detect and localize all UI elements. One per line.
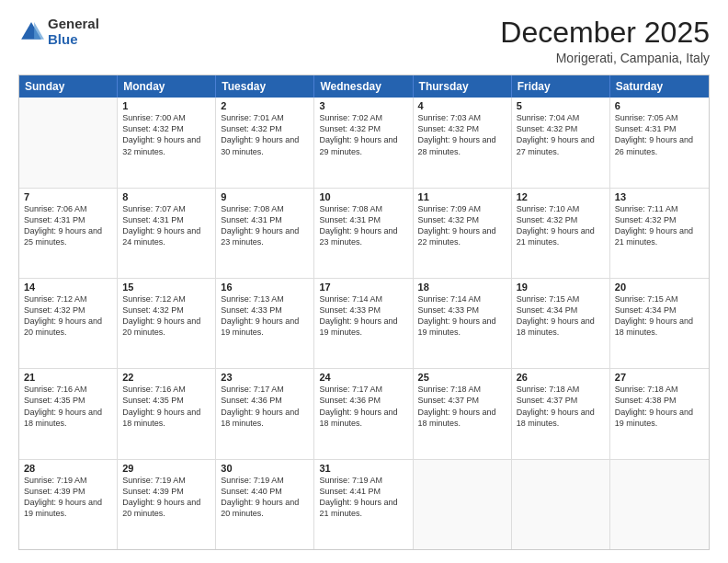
day-number: 8 — [122, 191, 210, 202]
calendar-cell: 14Sunrise: 7:12 AM Sunset: 4:32 PM Dayli… — [19, 279, 118, 368]
day-number: 16 — [221, 282, 309, 293]
calendar-cell: 17Sunrise: 7:14 AM Sunset: 4:33 PM Dayli… — [314, 279, 413, 368]
calendar-cell: 2Sunrise: 7:01 AM Sunset: 4:32 PM Daylig… — [216, 98, 314, 187]
calendar-cell: 23Sunrise: 7:17 AM Sunset: 4:36 PM Dayli… — [216, 369, 314, 458]
calendar-cell: 8Sunrise: 7:07 AM Sunset: 4:31 PM Daylig… — [118, 189, 216, 278]
calendar-row: 1Sunrise: 7:00 AM Sunset: 4:32 PM Daylig… — [19, 98, 709, 188]
calendar-cell: 27Sunrise: 7:18 AM Sunset: 4:38 PM Dayli… — [610, 369, 709, 458]
cell-info: Sunrise: 7:17 AM Sunset: 4:36 PM Dayligh… — [319, 384, 407, 429]
day-number: 27 — [615, 372, 704, 383]
calendar-cell: 1Sunrise: 7:00 AM Sunset: 4:32 PM Daylig… — [118, 98, 216, 187]
day-number: 29 — [122, 463, 210, 474]
calendar-row: 21Sunrise: 7:16 AM Sunset: 4:35 PM Dayli… — [19, 369, 709, 459]
weekday-header: Tuesday — [216, 75, 314, 98]
calendar-cell: 16Sunrise: 7:13 AM Sunset: 4:33 PM Dayli… — [216, 279, 314, 368]
calendar-cell: 9Sunrise: 7:08 AM Sunset: 4:31 PM Daylig… — [216, 189, 314, 278]
cell-info: Sunrise: 7:03 AM Sunset: 4:32 PM Dayligh… — [418, 112, 506, 157]
svg-marker-1 — [34, 22, 44, 40]
cell-info: Sunrise: 7:18 AM Sunset: 4:38 PM Dayligh… — [615, 384, 704, 429]
calendar-cell: 29Sunrise: 7:19 AM Sunset: 4:39 PM Dayli… — [118, 460, 216, 549]
calendar-cell — [19, 98, 118, 187]
day-number: 21 — [24, 372, 112, 383]
logo-general: General — [48, 17, 99, 32]
cell-info: Sunrise: 7:19 AM Sunset: 4:39 PM Dayligh… — [122, 475, 210, 520]
weekday-header: Saturday — [610, 75, 709, 98]
cell-info: Sunrise: 7:08 AM Sunset: 4:31 PM Dayligh… — [221, 203, 309, 248]
calendar-row: 28Sunrise: 7:19 AM Sunset: 4:39 PM Dayli… — [19, 460, 709, 549]
calendar-cell: 22Sunrise: 7:16 AM Sunset: 4:35 PM Dayli… — [118, 369, 216, 458]
calendar-body: 1Sunrise: 7:00 AM Sunset: 4:32 PM Daylig… — [19, 98, 709, 549]
day-number: 28 — [24, 463, 112, 474]
cell-info: Sunrise: 7:19 AM Sunset: 4:41 PM Dayligh… — [319, 475, 407, 520]
calendar-cell: 20Sunrise: 7:15 AM Sunset: 4:34 PM Dayli… — [610, 279, 709, 368]
day-number: 11 — [418, 191, 506, 202]
cell-info: Sunrise: 7:19 AM Sunset: 4:39 PM Dayligh… — [24, 475, 112, 520]
weekday-header: Monday — [118, 75, 216, 98]
day-number: 1 — [122, 100, 210, 111]
cell-info: Sunrise: 7:04 AM Sunset: 4:32 PM Dayligh… — [517, 112, 605, 157]
day-number: 20 — [615, 282, 704, 293]
weekday-header: Sunday — [19, 75, 118, 98]
calendar-cell: 19Sunrise: 7:15 AM Sunset: 4:34 PM Dayli… — [512, 279, 610, 368]
calendar-cell: 11Sunrise: 7:09 AM Sunset: 4:32 PM Dayli… — [414, 189, 512, 278]
weekday-header: Wednesday — [314, 75, 413, 98]
cell-info: Sunrise: 7:14 AM Sunset: 4:33 PM Dayligh… — [319, 293, 407, 339]
weekday-header: Thursday — [414, 75, 512, 98]
calendar-cell: 3Sunrise: 7:02 AM Sunset: 4:32 PM Daylig… — [314, 98, 413, 187]
cell-info: Sunrise: 7:12 AM Sunset: 4:32 PM Dayligh… — [122, 293, 210, 339]
calendar-cell: 24Sunrise: 7:17 AM Sunset: 4:36 PM Dayli… — [314, 369, 413, 458]
day-number: 13 — [615, 191, 704, 202]
cell-info: Sunrise: 7:07 AM Sunset: 4:31 PM Dayligh… — [122, 203, 210, 248]
day-number: 18 — [418, 282, 506, 293]
calendar-cell: 15Sunrise: 7:12 AM Sunset: 4:32 PM Dayli… — [118, 279, 216, 368]
cell-info: Sunrise: 7:01 AM Sunset: 4:32 PM Dayligh… — [221, 112, 309, 157]
day-number: 17 — [319, 282, 407, 293]
logo-blue: Blue — [48, 32, 99, 48]
calendar-cell: 18Sunrise: 7:14 AM Sunset: 4:33 PM Dayli… — [414, 279, 512, 368]
cell-info: Sunrise: 7:12 AM Sunset: 4:32 PM Dayligh… — [24, 293, 112, 339]
cell-info: Sunrise: 7:00 AM Sunset: 4:32 PM Dayligh… — [122, 112, 210, 157]
logo-text: General Blue — [48, 17, 99, 47]
cell-info: Sunrise: 7:10 AM Sunset: 4:32 PM Dayligh… — [517, 203, 605, 248]
cell-info: Sunrise: 7:18 AM Sunset: 4:37 PM Dayligh… — [517, 384, 605, 429]
cell-info: Sunrise: 7:05 AM Sunset: 4:31 PM Dayligh… — [615, 112, 704, 157]
cell-info: Sunrise: 7:18 AM Sunset: 4:37 PM Dayligh… — [418, 384, 506, 429]
calendar-row: 7Sunrise: 7:06 AM Sunset: 4:31 PM Daylig… — [19, 189, 709, 279]
day-number: 19 — [517, 282, 605, 293]
day-number: 23 — [221, 372, 309, 383]
calendar-cell: 31Sunrise: 7:19 AM Sunset: 4:41 PM Dayli… — [314, 460, 413, 549]
cell-info: Sunrise: 7:19 AM Sunset: 4:40 PM Dayligh… — [221, 475, 309, 520]
logo: General Blue — [18, 17, 99, 47]
weekday-header: Friday — [512, 75, 610, 98]
calendar-cell: 25Sunrise: 7:18 AM Sunset: 4:37 PM Dayli… — [414, 369, 512, 458]
calendar-cell: 6Sunrise: 7:05 AM Sunset: 4:31 PM Daylig… — [610, 98, 709, 187]
calendar-cell: 30Sunrise: 7:19 AM Sunset: 4:40 PM Dayli… — [216, 460, 314, 549]
calendar-cell — [414, 460, 512, 549]
cell-info: Sunrise: 7:14 AM Sunset: 4:33 PM Dayligh… — [418, 293, 506, 339]
day-number: 9 — [221, 191, 309, 202]
day-number: 4 — [418, 100, 506, 111]
day-number: 30 — [221, 463, 309, 474]
cell-info: Sunrise: 7:15 AM Sunset: 4:34 PM Dayligh… — [517, 293, 605, 339]
cell-info: Sunrise: 7:13 AM Sunset: 4:33 PM Dayligh… — [221, 293, 309, 339]
day-number: 31 — [319, 463, 407, 474]
page: General Blue December 2025 Morigerati, C… — [0, 0, 728, 563]
calendar-cell: 26Sunrise: 7:18 AM Sunset: 4:37 PM Dayli… — [512, 369, 610, 458]
calendar-cell: 5Sunrise: 7:04 AM Sunset: 4:32 PM Daylig… — [512, 98, 610, 187]
calendar-cell: 10Sunrise: 7:08 AM Sunset: 4:31 PM Dayli… — [314, 189, 413, 278]
calendar-cell — [512, 460, 610, 549]
day-number: 26 — [517, 372, 605, 383]
calendar-cell: 13Sunrise: 7:11 AM Sunset: 4:32 PM Dayli… — [610, 189, 709, 278]
calendar-cell — [610, 460, 709, 549]
cell-info: Sunrise: 7:16 AM Sunset: 4:35 PM Dayligh… — [24, 384, 112, 429]
day-number: 25 — [418, 372, 506, 383]
cell-info: Sunrise: 7:02 AM Sunset: 4:32 PM Dayligh… — [319, 112, 407, 157]
header: General Blue December 2025 Morigerati, C… — [18, 17, 710, 65]
calendar-header: SundayMondayTuesdayWednesdayThursdayFrid… — [19, 75, 709, 98]
calendar-cell: 7Sunrise: 7:06 AM Sunset: 4:31 PM Daylig… — [19, 189, 118, 278]
day-number: 10 — [319, 191, 407, 202]
subtitle: Morigerati, Campania, Italy — [500, 51, 710, 65]
calendar-row: 14Sunrise: 7:12 AM Sunset: 4:32 PM Dayli… — [19, 279, 709, 369]
calendar-cell: 12Sunrise: 7:10 AM Sunset: 4:32 PM Dayli… — [512, 189, 610, 278]
day-number: 7 — [24, 191, 112, 202]
